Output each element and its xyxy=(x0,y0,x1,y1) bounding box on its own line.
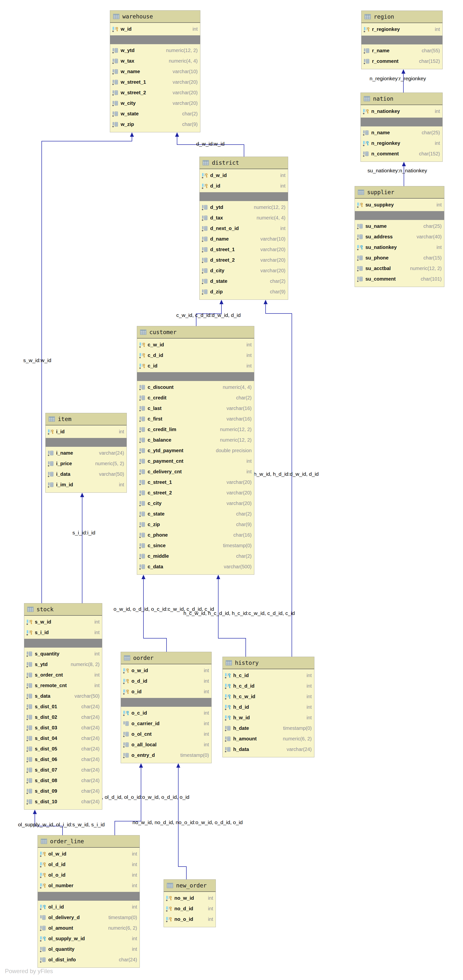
column-row-h_c_w_id[interactable]: h_c_w_idint xyxy=(223,691,314,702)
column-row-c_street_1[interactable]: c_street_1varchar(20) xyxy=(137,477,254,488)
column-row-no_o_id[interactable]: no_o_idint xyxy=(164,914,216,924)
column-row-c_phone[interactable]: c_phonechar(16) xyxy=(137,530,254,540)
column-row-no_d_id[interactable]: no_d_idint xyxy=(164,904,216,914)
column-row-ol_w_id[interactable]: ol_w_idint xyxy=(38,849,140,859)
column-row-h_w_id[interactable]: h_w_idint xyxy=(223,713,314,723)
column-row-c_city[interactable]: c_cityvarchar(20) xyxy=(137,498,254,509)
column-row-s_dist_06[interactable]: s_dist_06char(24) xyxy=(24,754,102,765)
column-row-c_last[interactable]: c_lastvarchar(16) xyxy=(137,403,254,414)
column-row-w_zip[interactable]: w_zipchar(9) xyxy=(110,119,200,130)
column-row-s_data[interactable]: s_datavarchar(50) xyxy=(24,691,102,702)
column-row-no_w_id[interactable]: no_w_idint xyxy=(164,893,216,904)
column-row-ol_number[interactable]: ol_numberint xyxy=(38,880,140,891)
column-row-o_carrier_id[interactable]: o_carrier_idint xyxy=(121,718,211,729)
column-row-n_regionkey[interactable]: n_regionkeyint xyxy=(361,138,442,148)
column-row-s_dist_07[interactable]: s_dist_07char(24) xyxy=(24,765,102,775)
column-row-d_state[interactable]: d_statechar(2) xyxy=(200,276,288,286)
column-row-d_zip[interactable]: d_zipchar(9) xyxy=(200,286,288,297)
column-row-d_ytd[interactable]: d_ytdnumeric(12, 2) xyxy=(200,202,288,213)
column-row-d_street_2[interactable]: d_street_2varchar(20) xyxy=(200,255,288,266)
column-row-d_next_o_id[interactable]: d_next_o_idint xyxy=(200,223,288,234)
column-row-c_w_id[interactable]: c_w_idint xyxy=(137,339,254,350)
column-row-n_nationkey[interactable]: n_nationkeyint xyxy=(361,106,442,117)
column-row-s_dist_05[interactable]: s_dist_05char(24) xyxy=(24,744,102,754)
column-row-c_zip[interactable]: c_zipchar(9) xyxy=(137,519,254,530)
column-row-d_city[interactable]: d_cityvarchar(20) xyxy=(200,266,288,276)
table-supplier[interactable]: suppliersu_suppkeyintsu_namechar(25)su_a… xyxy=(355,186,444,287)
column-row-su_suppkey[interactable]: su_suppkeyint xyxy=(355,200,444,210)
column-row-s_dist_02[interactable]: s_dist_02char(24) xyxy=(24,712,102,722)
column-row-ol_supply_w_id[interactable]: ol_supply_w_idint xyxy=(38,933,140,944)
column-row-s_dist_08[interactable]: s_dist_08char(24) xyxy=(24,775,102,786)
column-row-w_street_1[interactable]: w_street_1varchar(20) xyxy=(110,77,200,88)
column-row-r_regionkey[interactable]: r_regionkeyint xyxy=(362,24,442,35)
column-row-s_w_id[interactable]: s_w_idint xyxy=(24,617,102,627)
column-row-c_delivery_cnt[interactable]: c_delivery_cntint xyxy=(137,466,254,477)
column-row-w_street_2[interactable]: w_street_2varchar(20) xyxy=(110,88,200,98)
column-row-o_id[interactable]: o_idint xyxy=(121,686,211,697)
column-row-su_nationkey[interactable]: su_nationkeyint xyxy=(355,242,444,253)
column-row-ol_quantity[interactable]: ol_quantityint xyxy=(38,944,140,955)
column-row-c_first[interactable]: c_firstvarchar(16) xyxy=(137,414,254,424)
column-row-n_name[interactable]: n_namechar(25) xyxy=(361,127,442,138)
column-row-s_remote_cnt[interactable]: s_remote_cntint xyxy=(24,680,102,691)
column-row-c_middle[interactable]: c_middlechar(2) xyxy=(137,551,254,562)
column-row-o_ol_cnt[interactable]: o_ol_cntint xyxy=(121,729,211,740)
column-row-i_price[interactable]: i_pricenumeric(5, 2) xyxy=(46,458,127,469)
column-row-c_since[interactable]: c_sincetimestamp(0) xyxy=(137,540,254,551)
column-row-s_i_id[interactable]: s_i_idint xyxy=(24,627,102,638)
table-warehouse[interactable]: warehousew_idintw_ytdnumeric(12, 2)w_tax… xyxy=(110,10,200,132)
column-row-w_id[interactable]: w_idint xyxy=(110,24,200,34)
column-row-c_balance[interactable]: c_balancenumeric(12, 2) xyxy=(137,435,254,445)
column-row-s_dist_03[interactable]: s_dist_03char(24) xyxy=(24,722,102,733)
table-item[interactable]: itemi_idinti_namevarchar(24)i_pricenumer… xyxy=(45,413,127,493)
column-row-ol_i_id[interactable]: ol_i_idint xyxy=(38,902,140,912)
column-row-su_acctbal[interactable]: su_acctbalnumeric(12, 2) xyxy=(355,263,444,274)
column-row-w_name[interactable]: w_namevarchar(10) xyxy=(110,66,200,77)
column-row-w_city[interactable]: w_cityvarchar(20) xyxy=(110,98,200,108)
table-customer[interactable]: customerc_w_idintc_d_idintc_idintc_disco… xyxy=(137,326,254,575)
column-row-i_name[interactable]: i_namevarchar(24) xyxy=(46,448,127,458)
column-row-ol_delivery_d[interactable]: ol_delivery_dtimestamp(0) xyxy=(38,912,140,923)
column-row-n_comment[interactable]: n_commentchar(152) xyxy=(361,148,442,159)
column-row-c_state[interactable]: c_statechar(2) xyxy=(137,509,254,519)
column-row-su_phone[interactable]: su_phonechar(15) xyxy=(355,253,444,263)
column-row-ol_amount[interactable]: ol_amountnumeric(6, 2) xyxy=(38,923,140,933)
column-row-s_order_cnt[interactable]: s_order_cntint xyxy=(24,670,102,680)
column-row-w_state[interactable]: w_statechar(2) xyxy=(110,108,200,119)
column-row-s_ytd[interactable]: s_ytdnumeric(8, 2) xyxy=(24,659,102,670)
column-row-c_street_2[interactable]: c_street_2varchar(20) xyxy=(137,488,254,498)
column-row-w_tax[interactable]: w_taxnumeric(4, 4) xyxy=(110,56,200,66)
column-row-s_quantity[interactable]: s_quantityint xyxy=(24,649,102,659)
column-row-o_all_local[interactable]: o_all_localint xyxy=(121,740,211,750)
column-row-s_dist_04[interactable]: s_dist_04char(24) xyxy=(24,733,102,744)
table-district[interactable]: districtd_w_idintd_idintd_ytdnumeric(12,… xyxy=(199,157,288,300)
column-row-d_street_1[interactable]: d_street_1varchar(20) xyxy=(200,244,288,255)
column-row-c_id[interactable]: c_idint xyxy=(137,361,254,371)
column-row-c_payment_cnt[interactable]: c_payment_cntint xyxy=(137,456,254,466)
column-row-h_data[interactable]: h_datavarchar(24) xyxy=(223,744,314,755)
table-order_line[interactable]: order_lineol_w_idintol_d_idintol_o_idint… xyxy=(38,835,140,968)
column-row-su_name[interactable]: su_namechar(25) xyxy=(355,221,444,232)
column-row-s_dist_10[interactable]: s_dist_10char(24) xyxy=(24,796,102,807)
table-region[interactable]: regionr_regionkeyintr_namechar(55)r_comm… xyxy=(361,11,442,69)
column-row-c_d_id[interactable]: c_d_idint xyxy=(137,350,254,361)
column-row-h_date[interactable]: h_datetimestamp(0) xyxy=(223,723,314,733)
column-row-ol_d_id[interactable]: ol_d_idint xyxy=(38,859,140,870)
column-row-c_credit_lim[interactable]: c_credit_limnumeric(12, 2) xyxy=(137,424,254,435)
column-row-c_data[interactable]: c_datavarchar(500) xyxy=(137,562,254,572)
column-row-r_name[interactable]: r_namechar(55) xyxy=(362,45,442,56)
column-row-o_c_id[interactable]: o_c_idint xyxy=(121,708,211,718)
column-row-o_entry_d[interactable]: o_entry_dtimestamp(0) xyxy=(121,750,211,760)
column-row-c_ytd_payment[interactable]: c_ytd_paymentdouble precision xyxy=(137,445,254,456)
column-row-d_id[interactable]: d_idint xyxy=(200,181,288,191)
column-row-c_credit[interactable]: c_creditchar(2) xyxy=(137,393,254,403)
column-row-d_w_id[interactable]: d_w_idint xyxy=(200,170,288,181)
column-row-su_comment[interactable]: su_commentchar(101) xyxy=(355,274,444,284)
column-row-d_tax[interactable]: d_taxnumeric(4, 4) xyxy=(200,213,288,223)
table-new_order[interactable]: new_orderno_w_idintno_d_idintno_o_idint xyxy=(163,879,216,927)
column-row-h_c_d_id[interactable]: h_c_d_idint xyxy=(223,681,314,691)
column-row-c_discount[interactable]: c_discountnumeric(4, 4) xyxy=(137,382,254,393)
column-row-ol_dist_info[interactable]: ol_dist_infochar(24) xyxy=(38,955,140,965)
column-row-s_dist_09[interactable]: s_dist_09char(24) xyxy=(24,786,102,796)
